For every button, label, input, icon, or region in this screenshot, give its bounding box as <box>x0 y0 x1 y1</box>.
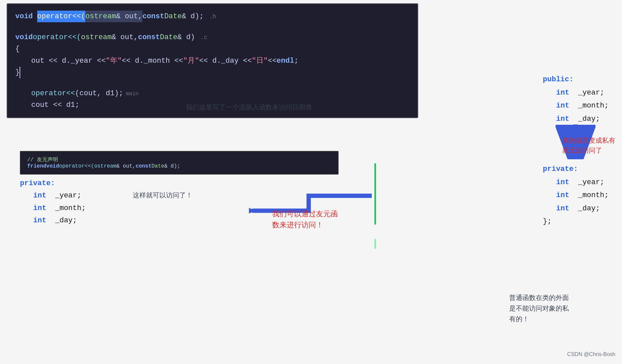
amp-d-friend: & d); <box>164 163 180 169</box>
public-access: public: <box>543 73 609 86</box>
public-class-box: public: int _year; int _month; int _day; <box>543 73 609 125</box>
code-line-6: operator<<(cout, d1); main <box>15 88 410 99</box>
private-closing: }; <box>543 215 609 228</box>
amp-out-2: & out, <box>112 32 138 43</box>
selected-operator-1: operator<<( <box>37 11 85 22</box>
code-line-5: } <box>15 67 410 78</box>
const-kw-2: const <box>138 32 160 43</box>
comment-c: .c <box>200 33 207 42</box>
amp-d-1: & d); <box>182 11 204 22</box>
void-kw-2: void <box>15 32 33 43</box>
open-brace: { <box>15 43 20 55</box>
public-member-1: int _year; <box>543 86 609 100</box>
private-member-3: int _day; <box>543 202 609 215</box>
amp-out-friend: & out, <box>117 163 136 169</box>
code-line-3: { <box>15 43 410 55</box>
op-friend: operator<<( <box>59 163 94 169</box>
close-brace: } <box>15 67 20 78</box>
chain-month: << d._month << <box>122 55 183 67</box>
amp-d-2: & d) <box>178 32 195 43</box>
ostream-friend: ostream <box>94 163 117 169</box>
semicolon-4: ; <box>294 55 298 67</box>
void-kw-1: void <box>15 11 33 22</box>
bottom-note-2: 是不能访问对象的私 <box>509 303 569 314</box>
arrow-right-label: 类的成员变成私有 就无法访问了 <box>562 136 615 156</box>
top-code-box: void operator<<(ostream& out, const Date… <box>7 3 418 118</box>
code-line-2: void operator<<(ostream& out, const Date… <box>15 32 410 43</box>
op-call-1: operator<< <box>31 88 75 99</box>
friend-kw: friend <box>27 163 46 169</box>
bottom-note-1: 普通函数在类的外面 <box>509 292 569 303</box>
ostream-type-2: ostream <box>81 32 112 43</box>
green-bar-top <box>374 163 376 225</box>
const-friend: const <box>135 163 151 169</box>
green-bar-bottom <box>374 239 376 249</box>
friend-box: // 友元声明 friend void operator<<(ostream& … <box>20 151 339 175</box>
private-class-box: private: int _year; int _month; int _day… <box>543 163 609 228</box>
public-member-2: int _month; <box>543 99 609 112</box>
op-2: operator<<( <box>33 32 81 43</box>
endl-kw: endl <box>276 55 294 67</box>
code-line-1: void operator<<(ostream& out, const Date… <box>15 11 410 22</box>
call-args-1: (cout, d1); <box>75 88 123 99</box>
selected-2: & out, <box>116 11 142 22</box>
out-var: out << d._year << <box>31 55 106 67</box>
date-friend: Date <box>151 163 164 169</box>
private-member-2: int _month; <box>543 189 609 202</box>
date-type-2: Date <box>160 32 178 43</box>
str-year: "年" <box>106 55 121 67</box>
bottom-note-3: 有的！ <box>509 314 569 324</box>
cout-call: cout << d1; <box>31 99 79 111</box>
accessible-label: 这样就可以访问了！ <box>133 191 193 200</box>
private-access-right: private: <box>543 163 609 176</box>
main-label: main <box>126 90 138 99</box>
private-member-1: int _year; <box>543 176 609 189</box>
copyright: CSDN @Chris-Bosh <box>567 351 615 357</box>
bottom-note: 普通函数在类的外面 是不能访问对象的私 有的！ <box>509 292 569 324</box>
mid-annotation: 我们这里写了一个流插入函数来访问日期类 <box>186 103 312 112</box>
str-day: "日" <box>252 55 268 67</box>
code-line-4: out << d._year << "年" << d._month << "月"… <box>15 55 410 67</box>
date-type-1: Date <box>164 11 182 22</box>
chain-day: << d._day << <box>199 55 252 67</box>
str-month: "月" <box>183 55 199 67</box>
endl-part: << <box>268 55 276 67</box>
comment-kw: // 友元声明 <box>27 156 58 163</box>
void-kw-friend: void <box>46 163 59 169</box>
friend-code-line: friend void operator<<(ostream& out, con… <box>27 163 331 169</box>
comment-h: .h <box>209 12 216 22</box>
friend-comment-line: // 友元声明 <box>27 156 331 163</box>
const-kw-1: const <box>142 11 164 22</box>
friend-access-label: 我们可以通过友元函 数来进行访问！ <box>272 209 338 231</box>
ostream-type-1: ostream <box>85 11 116 22</box>
